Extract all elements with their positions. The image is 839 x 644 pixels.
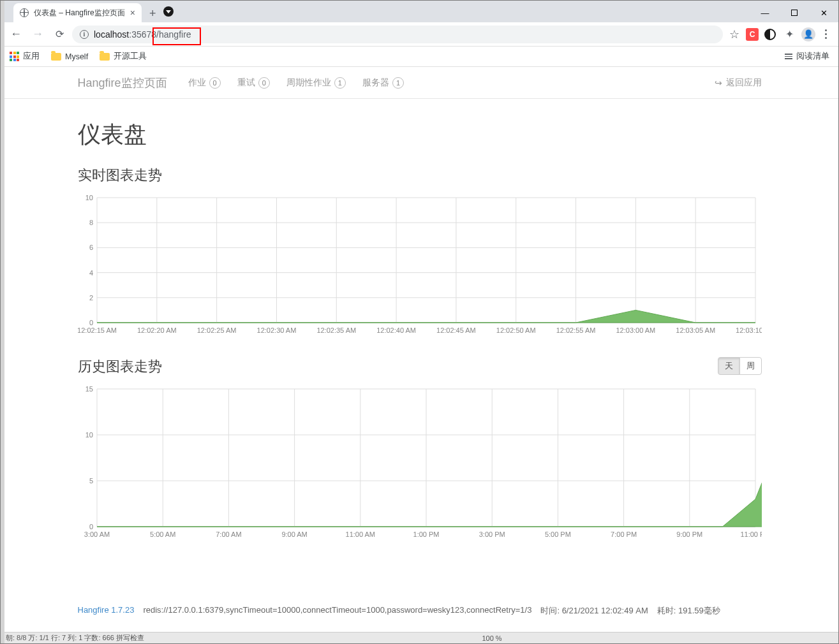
svg-text:0: 0: [89, 319, 93, 326]
apps-label: 应用: [23, 51, 40, 62]
svg-text:6: 6: [89, 244, 93, 251]
nav-recurring-label: 周期性作业: [286, 77, 331, 89]
editor-statusbar: 朝: 8/8 万: 1/1 行: 7 列: 1 字数: 666 拼写检查 100…: [1, 632, 838, 643]
url-input[interactable]: i localhost:35678/hangfire: [72, 26, 723, 43]
history-range-toggle: 天 周: [718, 357, 762, 375]
svg-text:12:02:35 AM: 12:02:35 AM: [316, 326, 356, 334]
new-tab-button[interactable]: +: [142, 4, 164, 22]
svg-text:3:00 PM: 3:00 PM: [479, 531, 505, 538]
toggle-day-button[interactable]: 天: [718, 357, 740, 375]
svg-text:5:00 PM: 5:00 PM: [544, 531, 570, 538]
nav-jobs[interactable]: 作业 0: [180, 68, 229, 98]
extension-c-icon[interactable]: C: [746, 28, 759, 41]
hangfire-nav: Hangfire监控页面 作业 0 重试 0 周期性作业 1 服务器 1 ↪ 返…: [1, 67, 838, 99]
reading-list-label: 阅读清单: [796, 51, 829, 62]
reading-list-button[interactable]: 阅读清单: [785, 51, 829, 62]
time-value: 6/21/2021 12:02:49 AM: [562, 606, 648, 615]
svg-text:9:00 PM: 9:00 PM: [676, 531, 702, 538]
window-maximize-button[interactable]: [780, 3, 809, 22]
url-path: /hangfire: [156, 29, 191, 40]
svg-text:7:00 AM: 7:00 AM: [216, 531, 241, 538]
extension-yinyang-icon[interactable]: [762, 27, 778, 42]
back-button[interactable]: ←: [7, 26, 25, 43]
elapsed-value: 191.59毫秒: [678, 606, 720, 615]
svg-text:12:02:40 AM: 12:02:40 AM: [376, 326, 416, 334]
svg-text:8: 8: [89, 219, 93, 226]
nav-recurring-badge: 1: [334, 77, 346, 89]
brand-title[interactable]: Hangfire监控页面: [78, 75, 167, 91]
bookmarks-bar: 应用 Myself 开源工具 阅读清单: [1, 47, 838, 67]
extensions-puzzle-icon[interactable]: ✦: [782, 27, 797, 42]
svg-text:12:02:50 AM: 12:02:50 AM: [496, 326, 535, 334]
apps-grid-icon: [10, 52, 19, 61]
page-title: 仪表盘: [78, 119, 762, 150]
svg-text:3:00 AM: 3:00 AM: [84, 531, 109, 538]
realtime-chart-svg: 024681012:02:15 AM12:02:20 AM12:02:25 AM…: [78, 191, 762, 338]
svg-text:12:02:20 AM: 12:02:20 AM: [137, 326, 176, 334]
nav-servers-badge: 1: [392, 77, 404, 89]
tab-title: 仪表盘 – Hangfire监控页面: [34, 8, 125, 18]
browser-menu-button[interactable]: [820, 29, 832, 39]
tab-close-icon[interactable]: ×: [130, 8, 135, 18]
url-port: :35678: [129, 29, 156, 40]
svg-text:12:03:00 AM: 12:03:00 AM: [616, 326, 655, 334]
svg-text:12:02:45 AM: 12:02:45 AM: [436, 326, 476, 334]
svg-text:2: 2: [89, 294, 93, 302]
elapsed-label: 耗时:: [657, 606, 676, 615]
svg-text:10: 10: [85, 431, 93, 439]
globe-icon: [20, 8, 29, 17]
nav-jobs-label: 作业: [188, 77, 206, 89]
back-to-app-link[interactable]: ↪ 返回应用: [715, 77, 762, 89]
svg-text:10: 10: [85, 194, 93, 201]
browser-titlebar: 仪表盘 – Hangfire监控页面 × + — ✕: [1, 1, 838, 22]
history-chart-title: 历史图表走势: [78, 357, 762, 376]
svg-text:12:02:25 AM: 12:02:25 AM: [197, 326, 236, 334]
svg-text:7:00 PM: 7:00 PM: [611, 531, 637, 538]
svg-text:9:00 AM: 9:00 AM: [281, 531, 307, 538]
realtime-chart: 024681012:02:15 AM12:02:20 AM12:02:25 AM…: [78, 191, 762, 338]
forward-button[interactable]: →: [29, 26, 47, 43]
browser-tab[interactable]: 仪表盘 – Hangfire监控页面 ×: [13, 3, 142, 22]
history-chart-svg: 0510153:00 AM5:00 AM7:00 AM9:00 AM11:00 …: [78, 383, 762, 542]
svg-text:11:00 PM: 11:00 PM: [740, 531, 762, 538]
window-minimize-button[interactable]: —: [750, 3, 780, 22]
return-icon: ↪: [715, 78, 722, 88]
nav-recurring[interactable]: 周期性作业 1: [278, 68, 354, 98]
status-zoom: 100 %: [482, 634, 501, 642]
svg-text:0: 0: [89, 523, 93, 531]
nav-jobs-badge: 0: [209, 77, 221, 89]
svg-text:5: 5: [89, 477, 93, 485]
nav-servers[interactable]: 服务器 1: [354, 68, 412, 98]
nav-retries[interactable]: 重试 0: [229, 68, 278, 98]
address-bar: ← → ⟳ i localhost:35678/hangfire ☆ C ✦ 👤: [1, 22, 838, 47]
back-label: 返回应用: [726, 77, 762, 89]
info-icon[interactable]: i: [80, 30, 89, 39]
svg-text:11:00 AM: 11:00 AM: [345, 531, 375, 538]
list-icon: [785, 54, 792, 59]
bookmark-folder-tools[interactable]: 开源工具: [100, 51, 147, 62]
nav-servers-label: 服务器: [362, 77, 389, 89]
toggle-week-button[interactable]: 周: [739, 357, 762, 375]
svg-text:12:03:05 AM: 12:03:05 AM: [676, 326, 715, 334]
window-close-button[interactable]: ✕: [809, 3, 838, 22]
hangfire-version-link[interactable]: Hangfire 1.7.23: [78, 605, 135, 617]
account-dropdown-icon[interactable]: [163, 6, 174, 17]
profile-avatar[interactable]: 👤: [801, 27, 816, 42]
svg-text:12:02:30 AM: 12:02:30 AM: [256, 326, 296, 334]
bookmark-star-icon[interactable]: ☆: [727, 27, 742, 42]
page-footer: Hangfire 1.7.23 redis://127.0.0.1:6379,s…: [78, 596, 762, 622]
bookmark-label: 开源工具: [114, 51, 147, 62]
nav-retries-label: 重试: [237, 77, 255, 89]
apps-button[interactable]: 应用: [10, 51, 40, 62]
connection-string: redis://127.0.0.1:6379,syncTimeout=10000…: [143, 605, 531, 617]
svg-text:12:03:10 AM: 12:03:10 AM: [736, 326, 762, 334]
svg-text:1:00 PM: 1:00 PM: [413, 531, 439, 538]
reload-button[interactable]: ⟳: [50, 26, 68, 43]
svg-text:12:02:15 AM: 12:02:15 AM: [78, 326, 117, 334]
svg-text:12:02:55 AM: 12:02:55 AM: [556, 326, 595, 334]
realtime-chart-title: 实时图表走势: [78, 166, 762, 185]
bookmark-folder-myself[interactable]: Myself: [51, 52, 88, 61]
page-content: Hangfire监控页面 作业 0 重试 0 周期性作业 1 服务器 1 ↪ 返…: [1, 67, 838, 643]
status-left: 朝: 8/8 万: 1/1 行: 7 列: 1 字数: 666 拼写检查: [6, 633, 144, 643]
url-host: localhost: [94, 29, 129, 40]
